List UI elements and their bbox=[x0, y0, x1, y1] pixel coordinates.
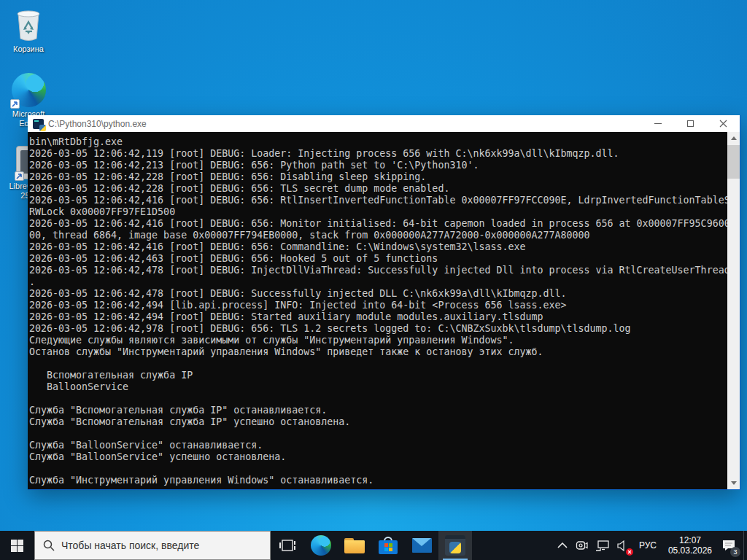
clock-time: 12:07 bbox=[679, 535, 701, 545]
action-center-button[interactable]: 3 bbox=[718, 531, 743, 560]
recycle-bin-icon bbox=[12, 6, 44, 42]
chevron-up-icon bbox=[557, 542, 568, 549]
console-window: C:\Python310\python.exe bin\mRtDbfjg.exe… bbox=[28, 115, 740, 490]
search-input[interactable] bbox=[61, 540, 244, 551]
tray-expand-button[interactable] bbox=[554, 531, 571, 560]
file-explorer-icon bbox=[344, 538, 365, 553]
minimize-button[interactable] bbox=[641, 115, 674, 132]
scroll-down-button[interactable] bbox=[727, 477, 740, 489]
desktop: Корзина Microsoft Edge LibreOffice 25.2 bbox=[0, 0, 747, 560]
recycle-bin-label: Корзина bbox=[13, 44, 44, 54]
clock-date: 05.03.2026 bbox=[668, 545, 712, 556]
shortcut-arrow-icon bbox=[10, 99, 20, 109]
taskbar-edge-button[interactable] bbox=[304, 531, 338, 560]
task-view-button[interactable] bbox=[271, 531, 304, 560]
system-tray: РУС 12:07 05.03.2026 3 bbox=[554, 531, 747, 560]
console-text: bin\mRtDbfjg.exe 2026-03-05 12:06:42,119… bbox=[29, 136, 730, 486]
window-titlebar[interactable]: C:\Python310\python.exe bbox=[28, 115, 740, 132]
taskbar-store-button[interactable] bbox=[371, 531, 405, 560]
taskbar-mail-button[interactable] bbox=[405, 531, 438, 560]
scrollbar[interactable] bbox=[727, 132, 740, 489]
start-button[interactable] bbox=[0, 531, 34, 560]
close-button[interactable] bbox=[707, 115, 740, 132]
volume-button[interactable] bbox=[614, 531, 633, 560]
taskbar-clock[interactable]: 12:07 05.03.2026 bbox=[662, 531, 718, 560]
meet-now-button[interactable] bbox=[571, 531, 592, 560]
taskbar-file-explorer-button[interactable] bbox=[338, 531, 371, 560]
mail-icon bbox=[412, 538, 432, 553]
shortcut-arrow-icon bbox=[15, 171, 24, 181]
camera-icon bbox=[575, 540, 588, 551]
close-icon bbox=[719, 120, 727, 128]
task-view-icon bbox=[279, 538, 295, 553]
maximize-button[interactable] bbox=[674, 115, 707, 132]
taskbar: РУС 12:07 05.03.2026 3 bbox=[0, 531, 747, 560]
minimize-icon bbox=[654, 123, 662, 124]
python-console-icon bbox=[445, 535, 465, 556]
mute-badge bbox=[626, 548, 633, 556]
edge-icon bbox=[12, 73, 46, 107]
network-icon bbox=[595, 540, 610, 551]
search-icon bbox=[43, 540, 55, 551]
maximize-icon bbox=[687, 120, 694, 127]
scroll-up-icon bbox=[731, 136, 737, 140]
edge-icon bbox=[311, 535, 331, 556]
show-desktop-button[interactable] bbox=[743, 531, 747, 560]
scroll-up-button[interactable] bbox=[727, 132, 740, 144]
console-output[interactable]: bin\mRtDbfjg.exe 2026-03-05 12:06:42,119… bbox=[28, 132, 740, 489]
notification-badge: 3 bbox=[730, 547, 740, 557]
taskbar-search[interactable] bbox=[34, 531, 271, 560]
microsoft-store-icon bbox=[379, 537, 398, 554]
python-console-icon bbox=[33, 119, 44, 129]
scrollbar-thumb[interactable] bbox=[727, 145, 740, 179]
scroll-down-icon bbox=[731, 481, 737, 485]
desktop-icon-recycle-bin[interactable]: Корзина bbox=[4, 6, 53, 54]
taskbar-python-console-button[interactable] bbox=[438, 531, 472, 560]
network-button[interactable] bbox=[592, 531, 614, 560]
window-title: C:\Python310\python.exe bbox=[48, 119, 147, 129]
windows-logo-icon bbox=[11, 540, 23, 552]
language-indicator[interactable]: РУС bbox=[633, 531, 662, 560]
